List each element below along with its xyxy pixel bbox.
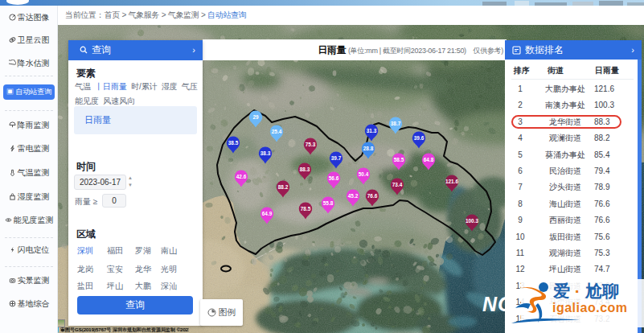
- svg-text:25.4: 25.4: [272, 129, 282, 134]
- svg-text:29: 29: [252, 114, 259, 120]
- svg-text:42.6: 42.6: [236, 174, 247, 179]
- svg-text:76.6: 76.6: [367, 193, 378, 199]
- svg-text:28.8: 28.8: [363, 146, 374, 151]
- svg-text:88.3: 88.3: [300, 166, 310, 172]
- svg-text:38.7: 38.7: [391, 121, 401, 126]
- svg-text:64.9: 64.9: [262, 211, 273, 216]
- svg-text:58.5: 58.5: [394, 157, 404, 162]
- svg-text:55.8: 55.8: [323, 200, 334, 206]
- svg-text:75.3: 75.3: [306, 142, 316, 147]
- svg-text:73.4: 73.4: [392, 182, 403, 187]
- svg-text:45.2: 45.2: [348, 193, 359, 199]
- svg-text:78.5: 78.5: [301, 206, 311, 212]
- svg-text:56.6: 56.6: [329, 175, 339, 181]
- svg-text:88.2: 88.2: [278, 184, 289, 190]
- svg-text:39.7: 39.7: [331, 155, 342, 161]
- svg-text:38.3: 38.3: [260, 150, 271, 156]
- svg-text:31.3: 31.3: [367, 128, 377, 134]
- svg-text:100.3: 100.3: [466, 218, 478, 224]
- svg-text:50.4: 50.4: [359, 171, 369, 177]
- svg-text:64.8: 64.8: [424, 157, 434, 162]
- svg-text:39.6: 39.6: [414, 135, 425, 141]
- svg-text:121.6: 121.6: [445, 179, 458, 184]
- svg-text:38.5: 38.5: [228, 140, 239, 146]
